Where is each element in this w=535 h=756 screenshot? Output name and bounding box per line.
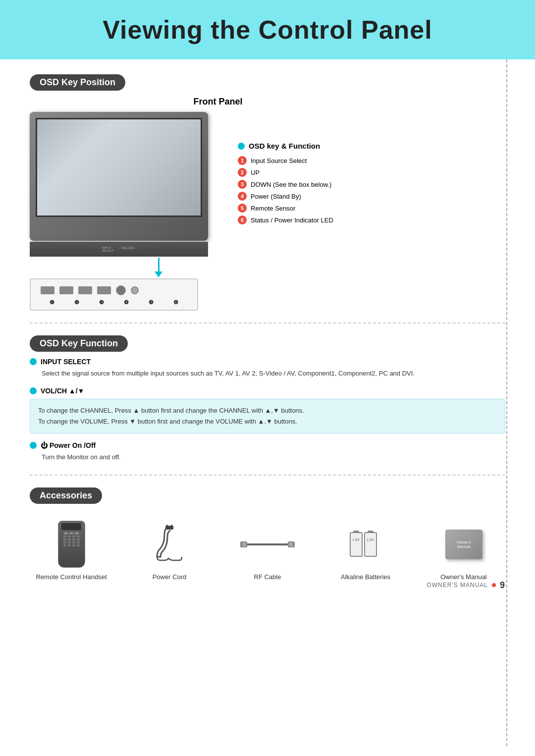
cyan-dot — [238, 143, 245, 150]
osd-key-position-header: OSD Key Position — [30, 74, 125, 91]
accessory-manual: Owner'sManual Owner's Manual — [422, 520, 505, 581]
rb-2 — [69, 532, 73, 535]
func-item-1: 1 Input Source Select — [238, 156, 505, 165]
battery-2: 1.5V — [364, 532, 377, 557]
power-cord-icon — [155, 525, 184, 564]
rb-sm-11 — [72, 541, 75, 543]
func-label-4: Power (Stand By) — [251, 193, 301, 200]
func-item-4: 4 Power (Stand By) — [238, 192, 505, 201]
svg-rect-7 — [289, 542, 293, 546]
panel-btn-3 — [78, 286, 92, 294]
manual-img: Owner'sManual — [445, 520, 482, 569]
key-position-layout: INPUTSELECT ←VOL/CH→ — [30, 112, 505, 311]
panel-btn-6 — [131, 286, 139, 294]
accessory-power-cord: Power Cord — [128, 520, 211, 581]
channel-instruction: To change the CHANNEL, Press ▲ button fi… — [38, 405, 497, 416]
rf-cable-img — [240, 520, 295, 569]
rb-1 — [64, 532, 68, 535]
rb-sm-12 — [77, 541, 80, 543]
vol-ch-dot — [30, 387, 37, 394]
remote-icon — [58, 521, 85, 568]
manual-label: Owner's Manual — [440, 573, 487, 581]
vol-ch-title: VOL/CH ▲/▼ — [30, 387, 505, 395]
power-subsection: ⏻ Power On /Off Turn the Monitor on and … — [30, 441, 505, 463]
rb-sm-9 — [63, 541, 66, 543]
rb-sm-6 — [68, 539, 71, 540]
num-3: ❸ — [99, 299, 104, 306]
rb-sm-8 — [77, 539, 80, 540]
func-item-2: 2 UP — [238, 168, 505, 177]
osd-key-function-header: OSD Key Function — [30, 335, 128, 352]
volume-instruction: To change the VOLUME, Press ▼ button fir… — [38, 416, 497, 427]
osd-function-list: OSD key & Function 1 Input Source Select… — [238, 112, 505, 227]
manual-text: Owner'sManual — [456, 540, 471, 549]
panel-btn-2 — [59, 286, 73, 294]
accessories-section: Accessories — [30, 487, 505, 581]
accessory-remote: Remote Control Handset — [30, 520, 113, 581]
input-select-body: Select the signal source from multiple i… — [42, 369, 505, 379]
divider-1 — [30, 323, 505, 324]
batteries-img: 1.5V 1.5V — [350, 520, 382, 569]
accessories-grid: Remote Control Handset Power Cord — [30, 520, 505, 581]
footer-label: OWNER'S MANUAL — [427, 582, 488, 589]
remote-btn-row-3 — [63, 539, 80, 540]
tv-screen — [36, 118, 202, 217]
accessories-header: Accessories — [30, 487, 102, 504]
page-content: OSD Key Position Front Panel INPUTSELECT… — [0, 59, 535, 600]
num-2: ❷ — [74, 299, 79, 306]
badge-3: 3 — [238, 180, 247, 189]
divider-2 — [30, 475, 505, 476]
badge-4: 4 — [238, 192, 247, 201]
osd-key-position-section: OSD Key Position Front Panel INPUTSELECT… — [30, 74, 505, 311]
rb-sm-3 — [72, 536, 75, 538]
remote-btn-row-5 — [63, 544, 80, 546]
input-label: INPUTSELECT — [102, 246, 113, 252]
tv-outer — [30, 112, 208, 241]
panel-btn-4 — [97, 286, 111, 294]
rb-sm-14 — [68, 544, 71, 546]
rb-sm-1 — [63, 536, 66, 538]
arrow-container — [99, 258, 218, 277]
badge-5: 5 — [238, 204, 247, 213]
badge-6: 6 — [238, 216, 247, 224]
page-title: Viewing the Control Panel — [103, 15, 432, 45]
batteries-label: Alkaline Batteries — [341, 573, 390, 581]
osd-func-title: OSD key & Function — [238, 142, 505, 150]
num-6: ❻ — [173, 299, 178, 306]
input-select-dot — [30, 358, 37, 365]
svg-rect-6 — [242, 542, 246, 546]
input-select-label: INPUT SELECT — [41, 358, 91, 366]
remote-btn-row-2 — [63, 536, 80, 538]
rf-cable-icon — [240, 535, 295, 554]
power-cord-img — [155, 520, 184, 569]
func-label-6: Status / Power Indicator LED — [251, 216, 333, 224]
panel-btn-5 — [116, 285, 126, 295]
svg-rect-0 — [165, 526, 173, 530]
tv-diagram: INPUTSELECT ←VOL/CH→ — [30, 112, 218, 311]
footer-dot — [492, 583, 496, 587]
rb-sm-7 — [72, 539, 75, 540]
func-label-1: Input Source Select — [251, 157, 307, 164]
accessory-rf-cable: RF Cable — [226, 520, 309, 581]
front-panel-label: Front Panel — [0, 97, 505, 107]
num-5: ❺ — [149, 299, 154, 306]
remote-screen — [61, 523, 81, 530]
volch-label: ←VOL/CH→ — [118, 246, 138, 252]
rf-cable-label: RF Cable — [254, 573, 281, 581]
power-label: ⏻ Power On /Off — [41, 441, 96, 449]
func-item-3: 3 DOWN (See the box below.) — [238, 180, 505, 189]
arrow-head — [155, 271, 162, 277]
rb-sm-2 — [68, 536, 71, 538]
rb-sm-5 — [63, 539, 66, 540]
func-item-5: 5 Remote Sensor — [238, 204, 505, 213]
func-label-2: UP — [251, 169, 260, 176]
num-1: ❶ — [50, 299, 54, 306]
battery-2-voltage: 1.5V — [367, 538, 374, 541]
vol-ch-label: VOL/CH ▲/▼ — [41, 387, 84, 395]
accessory-batteries: 1.5V 1.5V Alkaline Batteries — [324, 520, 407, 581]
input-select-subsection: INPUT SELECT Select the signal source fr… — [30, 358, 505, 379]
remote-btn-row-1 — [64, 532, 79, 535]
remote-label: Remote Control Handset — [36, 573, 107, 581]
remote-btn-row-4 — [63, 541, 80, 543]
remote-img — [58, 520, 85, 569]
